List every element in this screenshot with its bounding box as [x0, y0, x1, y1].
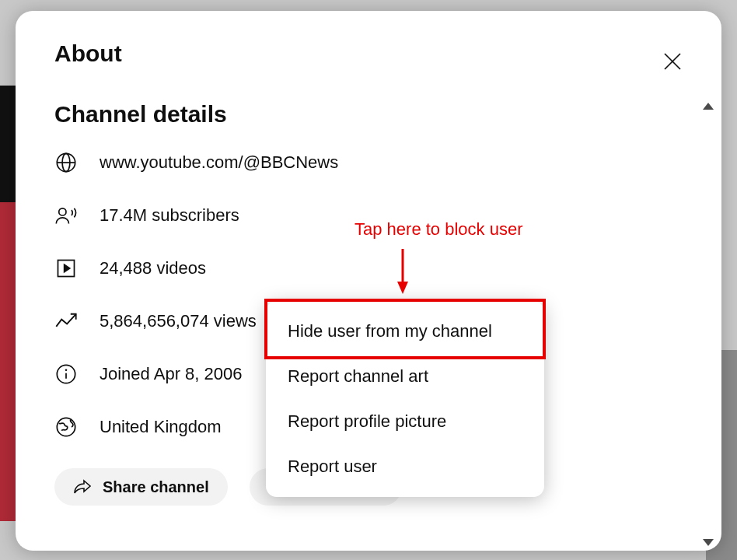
scroll-up-icon[interactable] — [703, 103, 714, 110]
detail-url-text: www.youtube.com/@BBCNews — [100, 152, 338, 173]
trending-icon — [54, 310, 78, 333]
svg-point-5 — [59, 208, 66, 215]
detail-joined-text: Joined Apr 8, 2006 — [100, 364, 242, 384]
close-button[interactable] — [656, 45, 689, 78]
share-channel-button[interactable]: Share channel — [54, 468, 228, 506]
popup-item-hide-user[interactable]: Hide user from my channel — [266, 309, 544, 354]
earth-icon — [54, 415, 78, 439]
svg-marker-7 — [65, 264, 70, 271]
detail-videos-text: 24,488 videos — [100, 258, 206, 278]
about-dialog: About Channel details www.youtube.com/@B… — [16, 11, 721, 551]
scroll-down-icon[interactable] — [703, 539, 714, 546]
info-icon — [54, 362, 78, 386]
close-icon — [661, 50, 684, 73]
report-popup-menu: Hide user from my channel Report channel… — [266, 301, 544, 497]
detail-country-text: United Kingdom — [100, 417, 222, 437]
popup-item-report-picture[interactable]: Report profile picture — [266, 399, 544, 444]
svg-marker-14 — [397, 282, 408, 294]
background-strip-left — [0, 86, 17, 521]
subscribers-icon — [54, 204, 78, 227]
svg-point-9 — [65, 369, 68, 371]
globe-icon — [54, 151, 78, 174]
section-title: Channel details — [54, 101, 683, 128]
dialog-title: About — [54, 40, 683, 67]
popup-item-report-user[interactable]: Report user — [266, 444, 544, 489]
annotation-arrow-icon — [395, 246, 410, 296]
annotation-text: Tap here to block user — [355, 219, 522, 240]
video-icon — [54, 257, 78, 280]
detail-views-text: 5,864,656,074 views — [100, 311, 257, 331]
share-icon — [73, 478, 92, 495]
detail-row-videos: 24,488 videos — [54, 257, 683, 280]
detail-row-url[interactable]: www.youtube.com/@BBCNews — [54, 151, 683, 174]
share-button-label: Share channel — [103, 478, 209, 496]
detail-subscribers-text: 17.4M subscribers — [100, 205, 239, 226]
popup-item-report-art[interactable]: Report channel art — [266, 354, 544, 399]
